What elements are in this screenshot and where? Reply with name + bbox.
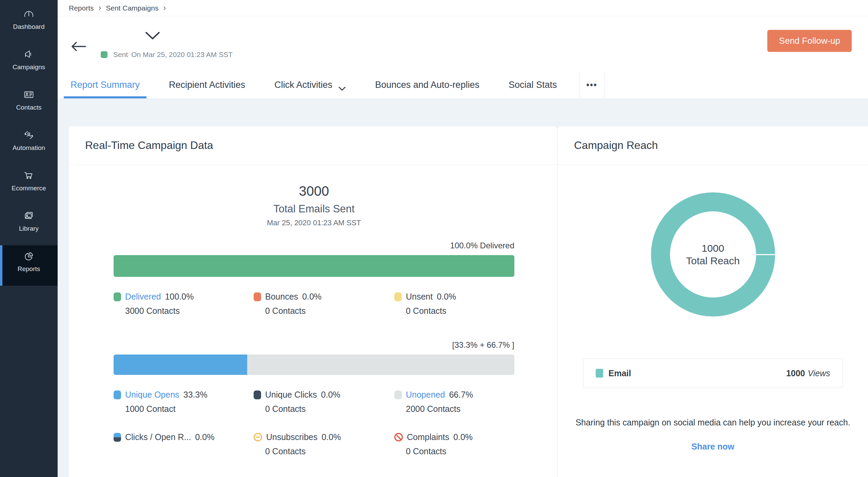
email-channel-swatch xyxy=(596,369,603,378)
bounces-swatch xyxy=(254,292,261,301)
total-emails-label: Total Emails Sent xyxy=(114,203,514,215)
extra-legend: Clicks / Open R... 0.0% Unsubscribes 0.0… xyxy=(114,432,514,456)
legend-item-clicks-open-rate: Clicks / Open R... 0.0% xyxy=(114,432,254,456)
tab-report-summary[interactable]: Report Summary xyxy=(64,71,146,98)
unsent-swatch xyxy=(394,292,402,301)
dashboard-icon xyxy=(23,8,35,20)
sidebar: Dashboard Campaigns Contacts Automation … xyxy=(0,0,58,477)
unopened-swatch xyxy=(394,390,402,399)
email-views: 1000Views xyxy=(786,368,830,378)
sidebar-label: Library xyxy=(19,225,39,232)
tab-recipient-activities[interactable]: Recipient Activities xyxy=(162,71,252,98)
breadcrumb-separator-icon: › xyxy=(163,3,166,13)
donut-center-label: 1000 Total Reach xyxy=(651,192,775,317)
sidebar-item-library[interactable]: Library xyxy=(0,205,58,245)
delivered-swatch xyxy=(114,292,121,301)
delivered-link[interactable]: Delivered xyxy=(125,292,161,302)
unsubscribes-pct: 0.0% xyxy=(321,432,341,442)
unsubscribes-label: Unsubscribes xyxy=(266,432,317,442)
unsubscribes-contacts: 0 Contacts xyxy=(265,446,394,456)
tab-bounces-auto-replies[interactable]: Bounces and Auto-replies xyxy=(368,71,486,98)
complaints-contacts: 0 Contacts xyxy=(406,446,514,456)
complaints-label: Complaints xyxy=(407,432,449,442)
tab-label: Social Stats xyxy=(509,80,557,90)
legend-item-unique-clicks: Unique Clicks 0.0% 0 Contacts xyxy=(254,390,394,414)
tab-label: Report Summary xyxy=(71,80,140,90)
total-reach-value: 1000 xyxy=(702,242,724,255)
reach-card-title: Campaign Reach xyxy=(558,126,868,165)
chevron-down-icon xyxy=(338,83,346,87)
reach-card-body: 1000 Total Reach Email 1000Views Sharing… xyxy=(558,192,868,452)
total-reach-label: Total Reach xyxy=(686,254,739,267)
opens-bar-fill xyxy=(114,355,247,375)
legend-item-unsent: Unsent 0.0% 0 Contacts xyxy=(394,292,514,316)
breadcrumb-separator-icon: › xyxy=(99,3,101,13)
delivered-contacts: 3000 Contacts xyxy=(125,306,254,316)
bounces-contacts: 0 Contacts xyxy=(265,306,394,316)
unique-clicks-pct: 0.0% xyxy=(321,390,340,400)
app-root: Dashboard Campaigns Contacts Automation … xyxy=(0,0,868,477)
sidebar-item-automation[interactable]: Automation xyxy=(0,124,58,165)
content: Real-Time Campaign Data 3000 Total Email… xyxy=(58,99,868,477)
more-tabs-button[interactable]: ••• xyxy=(579,71,605,98)
total-emails-value: 3000 xyxy=(114,184,514,199)
back-button[interactable] xyxy=(71,41,87,52)
megaphone-icon xyxy=(23,48,35,60)
sidebar-label: Contacts xyxy=(16,104,42,111)
share-hint-text: Sharing this campaign on social media ca… xyxy=(558,418,868,427)
sent-status-detail: On Mar 25, 2020 01:23 AM SST xyxy=(131,51,233,59)
email-views-count: 1000 xyxy=(786,368,805,378)
unopened-pct: 66.7% xyxy=(449,390,473,400)
tab-social-stats[interactable]: Social Stats xyxy=(502,71,564,98)
realtime-campaign-data-card: Real-Time Campaign Data 3000 Total Email… xyxy=(69,126,557,477)
unique-clicks-swatch xyxy=(254,390,261,399)
sent-status-swatch xyxy=(101,51,107,58)
realtime-card-body: 3000 Total Emails Sent Mar 25, 2020 01:2… xyxy=(69,184,557,456)
sidebar-item-dashboard[interactable]: Dashboard xyxy=(0,3,58,43)
legend-item-unopened: Unopened 66.7% 2000 Contacts xyxy=(394,390,514,414)
opens-bar-chart xyxy=(114,355,514,375)
delivered-bar-annotation: 100.0% Delivered xyxy=(114,241,514,250)
contact-card-icon xyxy=(23,89,35,101)
breadcrumb-reports[interactable]: Reports xyxy=(69,4,94,12)
complaints-prohibited-icon xyxy=(394,433,403,441)
unique-opens-pct: 33.3% xyxy=(183,390,208,400)
reach-donut-chart: 1000 Total Reach xyxy=(651,192,775,317)
sidebar-label: Campaigns xyxy=(13,63,45,71)
email-channel-label: Email xyxy=(609,368,631,378)
bounces-pct: 0.0% xyxy=(302,292,321,302)
breadcrumb: Reports › Sent Campaigns › xyxy=(58,0,868,16)
unsent-pct: 0.0% xyxy=(437,292,456,302)
unique-opens-link[interactable]: Unique Opens xyxy=(125,390,179,400)
unopened-bar-fill xyxy=(247,355,514,375)
sent-status: Sent On Mar 25, 2020 01:23 AM SST xyxy=(101,51,233,59)
unsubscribe-minus-icon xyxy=(254,433,262,441)
tab-label: Click Activities xyxy=(274,80,332,90)
expand-campaign-chevron-icon[interactable] xyxy=(145,31,160,40)
clicks-open-rate-label: Clicks / Open R... xyxy=(125,432,191,442)
sidebar-item-reports[interactable]: Reports xyxy=(0,245,58,286)
sidebar-label: Automation xyxy=(13,144,45,152)
tab-click-activities[interactable]: Click Activities xyxy=(268,71,353,98)
unopened-link[interactable]: Unopened xyxy=(406,390,445,400)
image-library-icon xyxy=(23,210,35,222)
share-now-link[interactable]: Share now xyxy=(558,442,868,452)
clicks-open-rate-pct: 0.0% xyxy=(195,432,215,442)
total-emails-stats: 3000 Total Emails Sent Mar 25, 2020 01:2… xyxy=(114,184,514,227)
legend-item-bounces: Bounces 0.0% 0 Contacts xyxy=(254,292,394,316)
campaign-header: Sent On Mar 25, 2020 01:23 AM SST Send F… xyxy=(58,16,868,71)
pie-chart-icon xyxy=(23,250,35,262)
sidebar-item-ecommerce[interactable]: Ecommerce xyxy=(0,165,58,205)
send-followup-button[interactable]: Send Follow-up xyxy=(767,30,852,52)
sidebar-item-contacts[interactable]: Contacts xyxy=(0,84,58,124)
delivered-bar-fill xyxy=(114,255,514,277)
unique-clicks-label: Unique Clicks xyxy=(265,390,317,400)
sidebar-label: Reports xyxy=(18,265,40,273)
sidebar-item-campaigns[interactable]: Campaigns xyxy=(0,43,58,84)
unsent-label: Unsent xyxy=(406,292,433,302)
breadcrumb-sent-campaigns[interactable]: Sent Campaigns xyxy=(106,4,158,12)
legend-item-unsubscribes: Unsubscribes 0.0% 0 Contacts xyxy=(254,432,394,456)
sent-status-label: Sent xyxy=(113,51,128,59)
legend-item-delivered: Delivered 100.0% 3000 Contacts xyxy=(114,292,254,316)
legend-item-complaints: Complaints 0.0% 0 Contacts xyxy=(394,432,514,456)
